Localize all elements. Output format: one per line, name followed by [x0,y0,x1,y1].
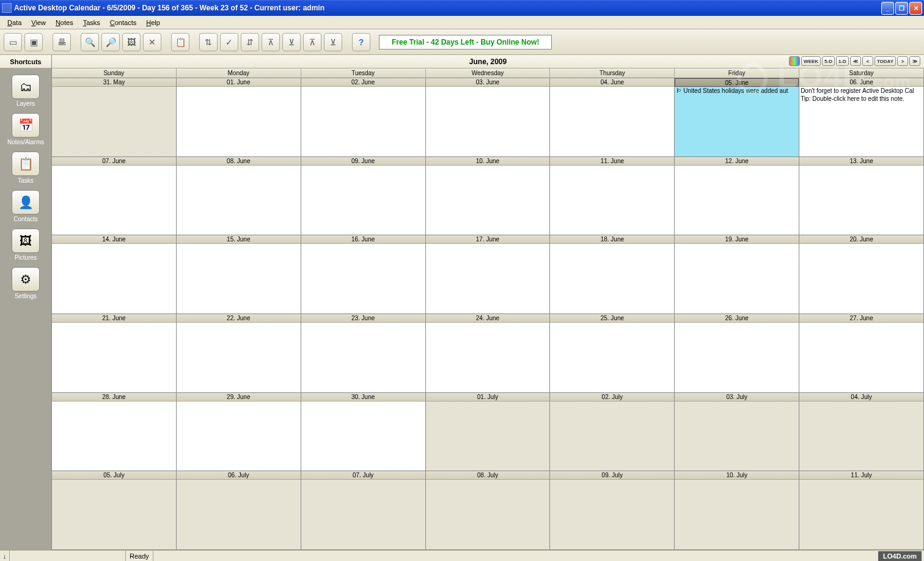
cell-body[interactable] [177,244,301,314]
calendar-cell[interactable]: 06. JuneDon't forget to register Active … [799,78,924,156]
calendar-cell[interactable]: 19. June [675,235,799,314]
tool-export-icon[interactable]: ✕ [143,33,161,51]
calendar-cell[interactable]: 11. July [799,471,924,549]
calendar-cell[interactable]: 08. July [426,471,551,549]
cell-body[interactable] [675,323,799,392]
calendar-cell[interactable]: 21. June [52,314,177,392]
calendar-cell[interactable]: 10. June [426,157,551,235]
cell-body[interactable] [799,244,923,314]
maximize-button[interactable]: ❐ [895,2,908,15]
cell-body[interactable] [52,166,176,235]
sidebar-item-notesalarms[interactable]: 📅 [12,113,40,138]
tool-filter1-icon[interactable]: ⇵ [241,33,259,51]
cell-body[interactable] [550,87,674,156]
calendar-cell[interactable]: 12. June [675,157,799,235]
nav-1d[interactable]: 1-D [836,56,849,66]
calendar-cell[interactable]: 10. July [675,471,799,549]
calendar-cell[interactable]: 31. May [52,78,177,156]
calendar-cell[interactable]: 20. June [799,235,924,314]
calendar-cell[interactable]: 27. June [799,314,924,392]
calendar-cell[interactable]: 06. July [177,471,301,549]
nav-prev-icon[interactable]: < [862,56,873,66]
calendar-cell[interactable]: 07. July [301,471,426,549]
calendar-cell[interactable]: 02. June [301,78,426,156]
tool-help-icon[interactable]: ? [352,33,370,51]
nav-color-icon[interactable] [789,56,800,66]
cell-body[interactable] [426,166,550,235]
calendar-cell[interactable]: 17. June [426,235,551,314]
calendar-cell[interactable]: 29. June [177,393,301,471]
tool-zoomout-icon[interactable]: 🔍 [81,33,99,51]
cell-body[interactable] [675,244,799,314]
note-item[interactable]: Don't forget to register Active Desktop … [799,87,923,95]
cell-body[interactable] [550,166,674,235]
menu-contacts[interactable]: Contacts [105,18,141,28]
nav-last-icon[interactable]: ≫ [909,56,920,66]
cell-body[interactable] [52,480,176,549]
cell-body[interactable] [550,323,674,392]
calendar-cell[interactable]: 04. June [550,78,675,156]
menu-view[interactable]: View [26,18,51,28]
tool-print-icon[interactable]: 🖶 [53,33,71,51]
cell-body[interactable] [301,166,425,235]
cell-body[interactable] [52,87,176,156]
sidebar-item-pictures[interactable]: 🖼 [12,229,40,253]
tool-clipboard-icon[interactable]: 📋 [171,33,189,51]
calendar-cell[interactable]: 18. June [550,235,675,314]
cell-body[interactable] [675,480,799,549]
sidebar-item-tasks[interactable]: 📋 [12,152,40,176]
calendar-cell[interactable]: 23. June [301,314,426,392]
cell-body[interactable] [177,402,301,471]
cell-body[interactable] [550,480,674,549]
calendar-cell[interactable]: 09. June [301,157,426,235]
calendar-cell[interactable]: 22. June [177,314,301,392]
cell-body[interactable] [799,402,923,471]
calendar-cell[interactable]: 28. June [52,393,177,471]
nav-first-icon[interactable]: ≪ [850,56,861,66]
nav-today[interactable]: TODAY [875,56,896,66]
note-item[interactable]: Tip: Double-click here to edit this note… [799,95,923,103]
cell-body[interactable] [799,166,923,235]
cell-body[interactable] [550,402,674,471]
calendar-cell[interactable]: 07. June [52,157,177,235]
calendar-cell[interactable]: 25. June [550,314,675,392]
note-item[interactable]: 🏳United States holidays were added aut [675,87,799,95]
tool-filter5-icon[interactable]: ⊻ [324,33,342,51]
menu-notes[interactable]: Notes [51,18,78,28]
calendar-cell[interactable]: 16. June [301,235,426,314]
cell-body[interactable] [52,323,176,392]
calendar-cell[interactable]: 03. June [426,78,551,156]
sidebar-item-contacts[interactable]: 👤 [12,190,40,215]
cell-body[interactable] [675,166,799,235]
calendar-cell[interactable]: 01. July [426,393,551,471]
cell-body[interactable] [426,480,550,549]
calendar-cell[interactable]: 09. July [550,471,675,549]
menu-tasks[interactable]: Tasks [78,18,105,28]
cell-body[interactable] [177,480,301,549]
cell-body[interactable] [301,480,425,549]
tool-sort1-icon[interactable]: ⇅ [199,33,218,51]
calendar-cell[interactable]: 11. June [550,157,675,235]
sidebar-item-settings[interactable]: ⚙ [12,267,40,292]
calendar-cell[interactable]: 02. July [550,393,675,471]
cell-body[interactable] [426,87,550,156]
cell-body[interactable] [675,402,799,471]
calendar-cell[interactable]: 24. June [426,314,551,392]
cell-body[interactable] [301,402,425,471]
cell-body[interactable] [301,323,425,392]
menu-help[interactable]: Help [141,18,165,28]
cell-body[interactable]: 🏳United States holidays were added aut [675,87,799,156]
tool-image-icon[interactable]: 🖼 [122,33,141,51]
calendar-cell[interactable]: 08. June [177,157,301,235]
calendar-cell[interactable]: 13. June [799,157,924,235]
cell-body[interactable] [426,244,550,314]
cell-body[interactable] [52,244,176,314]
calendar-cell[interactable]: 15. June [177,235,301,314]
calendar-cell[interactable]: 03. July [675,393,799,471]
cell-body[interactable] [301,87,425,156]
cell-body[interactable] [301,244,425,314]
cell-body[interactable] [426,402,550,471]
minimize-button[interactable]: _ [881,2,894,15]
cell-body[interactable] [799,480,923,549]
tool-new-icon[interactable]: ▭ [4,33,22,51]
